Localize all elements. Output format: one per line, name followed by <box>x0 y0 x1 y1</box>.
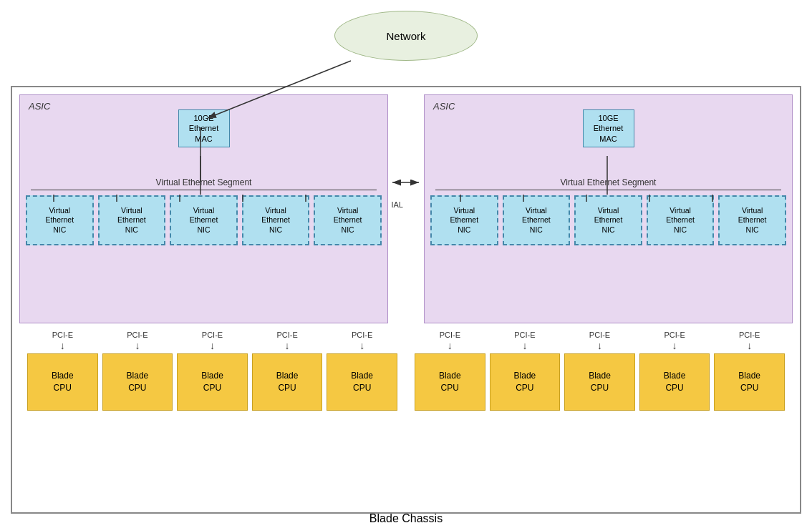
blade-r5: BladeCPU <box>714 353 785 411</box>
pcie-arrow-l2: ↓ <box>135 341 140 351</box>
asic2-nic-1: VirtualEthernetNIC <box>430 195 498 245</box>
ial-label: IAL <box>388 200 406 209</box>
pcie-arrow-r3: ↓ <box>597 341 602 351</box>
asic1-nic-2: VirtualEthernetNIC <box>98 195 166 245</box>
pcie-arrow-r5: ↓ <box>747 341 752 351</box>
asic2-ves-label: Virtual Ethernet Segment <box>561 177 657 187</box>
asic2-nic-5: VirtualEthernetNIC <box>718 195 786 245</box>
pcie-label-l3: PCI-E <box>202 331 223 339</box>
pcie-label-r2: PCI-E <box>514 331 535 339</box>
blades-row-left: BladeCPU BladeCPU BladeCPU BladeCPU Blad… <box>19 353 405 411</box>
pcie-item-r2: PCI-E ↓ <box>488 331 563 351</box>
asic1-mac-line1: 10GE <box>193 114 213 122</box>
pcie-item-l3: PCI-E ↓ <box>175 331 250 351</box>
pcie-item-r5: PCI-E ↓ <box>712 331 787 351</box>
bottom-section: PCI-E ↓ PCI-E ↓ PCI-E ↓ PCI-E ↓ <box>19 331 793 491</box>
blade-l4: BladeCPU <box>252 353 323 411</box>
asic2-nic-2: VirtualEthernetNIC <box>503 195 571 245</box>
network-label: Network <box>386 30 425 42</box>
pcie-item-r1: PCI-E ↓ <box>412 331 488 351</box>
asic2-nic-3: VirtualEthernetNIC <box>574 195 642 245</box>
pcie-arrow-r4: ↓ <box>672 341 677 351</box>
pcie-item-r4: PCI-E ↓ <box>637 331 712 351</box>
asic2-mac-line2: Ethernet <box>594 124 624 132</box>
pcie-label-l2: PCI-E <box>127 331 148 339</box>
pcie-label-l1: PCI-E <box>52 331 73 339</box>
pcie-label-r3: PCI-E <box>589 331 610 339</box>
blades-row-right: BladeCPU BladeCPU BladeCPU BladeCPU Blad… <box>407 353 793 411</box>
pcie-item-r3: PCI-E ↓ <box>562 331 637 351</box>
asic1-nic-3: VirtualEthernetNIC <box>170 195 238 245</box>
pcie-arrow-l1: ↓ <box>60 341 65 351</box>
asic1-nics-row: VirtualEthernetNIC VirtualEthernetNIC Vi… <box>26 195 382 245</box>
blade-l1: BladeCPU <box>27 353 98 411</box>
asic2-mac-line1: 10GE <box>598 114 618 122</box>
bottom-half-left: PCI-E ↓ PCI-E ↓ PCI-E ↓ PCI-E ↓ <box>19 331 405 491</box>
asic1-nic-1: VirtualEthernetNIC <box>26 195 94 245</box>
network-ellipse: Network <box>334 11 478 61</box>
asic-panel-1: ASIC 10GE Ethernet MAC Virtual Ethernet … <box>19 94 388 323</box>
pcie-arrow-r1: ↓ <box>448 341 453 351</box>
pcie-label-r4: PCI-E <box>664 331 685 339</box>
pcie-item-l5: PCI-E ↓ <box>324 331 400 351</box>
pcie-label-r5: PCI-E <box>739 331 760 339</box>
asic2-mac-line3: MAC <box>599 135 617 143</box>
asic1-nic-4: VirtualEthernetNIC <box>242 195 310 245</box>
asic2-ves-line <box>435 190 781 190</box>
asic2-label: ASIC <box>433 101 455 112</box>
asic1-mac-box: 10GE Ethernet MAC <box>178 109 230 147</box>
pcie-row-right: PCI-E ↓ PCI-E ↓ PCI-E ↓ PCI-E ↓ <box>407 331 793 351</box>
blade-l3: BladeCPU <box>177 353 248 411</box>
pcie-arrow-l4: ↓ <box>285 341 290 351</box>
pcie-label-l5: PCI-E <box>352 331 372 339</box>
blade-r1: BladeCPU <box>415 353 485 411</box>
asic2-mac-box: 10GE Ethernet MAC <box>583 109 634 147</box>
blade-l5: BladeCPU <box>327 353 397 411</box>
blade-l2: BladeCPU <box>102 353 173 411</box>
pcie-label-r1: PCI-E <box>440 331 460 339</box>
blade-chassis: ASIC 10GE Ethernet MAC Virtual Ethernet … <box>11 86 801 514</box>
blade-r4: BladeCPU <box>639 353 710 411</box>
asic1-mac-line3: MAC <box>195 135 212 143</box>
asic1-ves-line <box>31 190 377 190</box>
pcie-row-left: PCI-E ↓ PCI-E ↓ PCI-E ↓ PCI-E ↓ <box>19 331 405 351</box>
blade-r2: BladeCPU <box>490 353 561 411</box>
asic2-nic-4: VirtualEthernetNIC <box>647 195 715 245</box>
asic1-label: ASIC <box>29 101 50 112</box>
pcie-item-l2: PCI-E ↓ <box>100 331 175 351</box>
diagram-container: Network ASIC 10GE Ethernet MAC Virtual E… <box>0 0 812 528</box>
pcie-arrow-r2: ↓ <box>522 341 527 351</box>
pcie-arrow-l5: ↓ <box>359 341 364 351</box>
asic2-nics-row: VirtualEthernetNIC VirtualEthernetNIC Vi… <box>430 195 786 245</box>
pcie-item-l4: PCI-E ↓ <box>250 331 325 351</box>
asic1-nic-5: VirtualEthernetNIC <box>314 195 382 245</box>
asic-panel-2: ASIC 10GE Ethernet MAC Virtual Ethernet … <box>424 94 793 323</box>
blade-r3: BladeCPU <box>564 353 635 411</box>
bottom-half-right: PCI-E ↓ PCI-E ↓ PCI-E ↓ PCI-E ↓ <box>407 331 793 491</box>
pcie-item-l1: PCI-E ↓ <box>25 331 100 351</box>
asic-panels: ASIC 10GE Ethernet MAC Virtual Ethernet … <box>19 94 793 323</box>
asic1-ves-label: Virtual Ethernet Segment <box>156 177 252 187</box>
pcie-label-l4: PCI-E <box>276 331 297 339</box>
pcie-arrow-l3: ↓ <box>210 341 215 351</box>
chassis-label: Blade Chassis <box>12 512 800 525</box>
asic1-mac-line2: Ethernet <box>189 124 219 132</box>
